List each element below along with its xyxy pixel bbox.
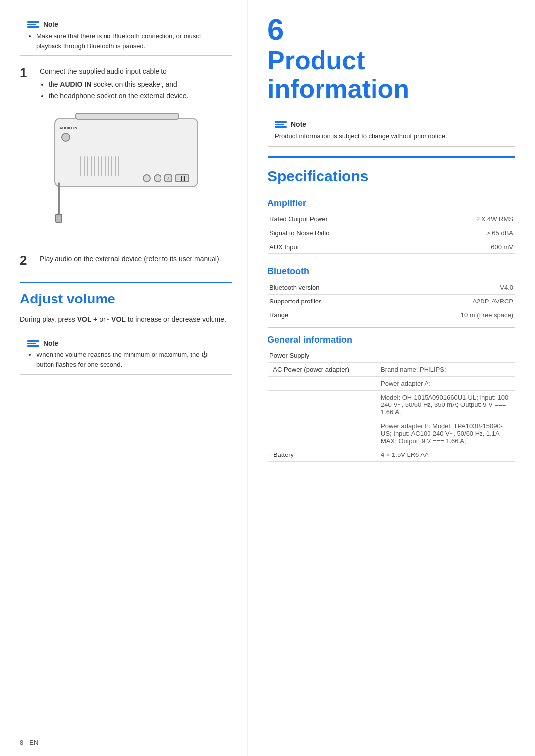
speaker-controls: ♪ ▐▐: [143, 174, 189, 182]
gen-value-battery: 4 × 1.5V LR6 AA: [379, 448, 515, 461]
amp-row-3: AUX Input 600 mV: [268, 240, 515, 253]
note-title-2: Note: [43, 339, 58, 347]
amp-label-2: Signal to Noise Ratio: [268, 226, 404, 240]
chapter-title-line2: information: [268, 74, 409, 103]
bluetooth-table: Bluetooth version V4.0 Supported profile…: [268, 281, 515, 322]
note-title-1: Note: [43, 20, 58, 28]
step-num-1: 1: [20, 66, 32, 101]
gen-row-adapter-a-detail: Model: OH-1015A0901660U1-UL; Input: 100-…: [268, 390, 515, 419]
adjust-volume-divider: [20, 282, 232, 283]
ctrl-1: [143, 174, 151, 182]
gen-value-adapter-b-detail: Power adapter B: Model: TPA103B-15090-US…: [379, 419, 515, 448]
adjust-volume-section: Adjust volume During play, press VOL + o…: [20, 291, 232, 325]
bt-value-1: V4.0: [404, 281, 515, 295]
adjust-volume-title: Adjust volume: [20, 291, 232, 307]
amp-label-3: AUX Input: [268, 240, 404, 253]
gen-label-empty-3: [268, 419, 379, 448]
bluetooth-block: Bluetooth Bluetooth version V4.0 Support…: [268, 259, 515, 322]
bluetooth-title: Bluetooth: [268, 266, 515, 277]
note1-item1: Make sure that there is no Bluetooth con…: [36, 31, 225, 50]
general-info-table: Power Supply - AC Power (power adapter) …: [268, 349, 515, 462]
gen-divider: [268, 327, 515, 328]
bt-label-1: Bluetooth version: [268, 281, 404, 295]
step-1: 1 Connect the supplied audio input cable…: [20, 66, 232, 101]
amp-row-2: Signal to Noise Ratio > 65 dBA: [268, 226, 515, 240]
step-2: 2 Play audio on the external device (ref…: [20, 253, 232, 268]
gen-row-power-supply: Power Supply: [268, 349, 515, 363]
gen-row-battery: - Battery 4 × 1.5V LR6 AA: [268, 448, 515, 461]
amplifier-title: Amplifier: [268, 198, 515, 208]
general-info-title: General information: [268, 335, 515, 345]
audio-port: [61, 133, 70, 142]
bt-row-3: Range 10 m (Free space): [268, 308, 515, 322]
note-box-1: Note Make sure that there is no Bluetoot…: [20, 15, 232, 56]
ctrl-2: [154, 174, 161, 182]
amp-row-1: Rated Output Power 2 X 4W RMS: [268, 212, 515, 226]
step1-bullet1: the AUDIO IN socket on this speaker, and: [49, 79, 189, 90]
gen-label-ac-power: - AC Power (power adapter): [268, 362, 379, 376]
amplifier-table: Rated Output Power 2 X 4W RMS Signal to …: [268, 212, 515, 254]
chapter-heading: 6 Product information: [268, 15, 515, 103]
amp-divider: [268, 191, 515, 191]
gen-value-adapter-a-detail: Model: OH-1015A0901660U1-UL; Input: 100-…: [379, 390, 515, 419]
page-lang: EN: [29, 739, 38, 746]
vol-minus-bold: - VOL: [107, 315, 126, 323]
gen-row-ac-power: - AC Power (power adapter) Brand name: P…: [268, 362, 515, 376]
gen-label-power-supply: Power Supply: [268, 349, 379, 363]
step-content-2: Play audio on the external device (refer…: [40, 253, 221, 268]
ctrl-play: ♪: [164, 174, 172, 182]
adjust-volume-body: During play, press VOL + or - VOL to inc…: [20, 314, 232, 325]
bt-value-2: A2DP, AVRCP: [404, 294, 515, 308]
gen-row-adapter-b-detail: Power adapter B: Model: TPA103B-15090-US…: [268, 419, 515, 448]
specifications-section: Specifications Amplifier Rated Output Po…: [268, 156, 515, 462]
cable-plug: [55, 214, 62, 223]
gen-label-empty-2: [268, 390, 379, 419]
amp-value-1: 2 X 4W RMS: [404, 212, 515, 226]
bt-label-3: Range: [268, 308, 404, 322]
step-num-2: 2: [20, 253, 32, 268]
right-note-box: Note Product information is subject to c…: [268, 115, 515, 147]
step-content-1: Connect the supplied audio input cable t…: [40, 66, 189, 101]
bt-value-3: 10 m (Free space): [404, 308, 515, 322]
right-column: 6 Product information Note Product infor…: [248, 0, 535, 756]
gen-value-ac-power: Brand name: PHILIPS;: [379, 362, 515, 376]
bt-row-1: Bluetooth version V4.0: [268, 281, 515, 295]
spec-section-title: Specifications: [268, 168, 515, 185]
note-icon-2: [27, 340, 39, 347]
right-note-icon: [275, 121, 287, 128]
chapter-title-line1: Product: [268, 46, 365, 75]
gen-value-adapter-a-label: Power adapter A:: [379, 376, 515, 390]
amp-value-2: > 65 dBA: [404, 226, 515, 240]
note2-item1: When the volume reaches the minimum or m…: [36, 350, 225, 369]
gen-label-empty-1: [268, 376, 379, 390]
right-note-title: Note: [291, 120, 306, 128]
gen-value-power-supply: [379, 349, 515, 363]
note-icon-1: [27, 21, 39, 28]
speaker-diagram: AUDIO IN: [40, 113, 218, 242]
note-box-2: Note When the volume reaches the minimum…: [20, 334, 232, 375]
audio-in-label: AUDIO IN: [59, 126, 77, 130]
vol-plus-bold: VOL +: [77, 315, 98, 323]
amp-value-3: 600 mV: [404, 240, 515, 253]
bt-row-2: Supported profiles A2DP, AVRCP: [268, 294, 515, 308]
step1-bullet2: the headphone socket on the external dev…: [49, 90, 189, 101]
gen-label-battery: - Battery: [268, 448, 379, 461]
step1-intro: Connect the supplied audio input cable t…: [40, 67, 167, 75]
bt-divider: [268, 259, 515, 259]
amplifier-block: Amplifier Rated Output Power 2 X 4W RMS …: [268, 191, 515, 254]
chapter-title: Product information: [268, 47, 515, 103]
gen-row-adapter-a-label: Power adapter A:: [268, 376, 515, 390]
right-note-text: Product information is subject to change…: [275, 131, 508, 141]
page-footer: 8 EN: [20, 739, 38, 746]
general-info-block: General information Power Supply - AC Po…: [268, 327, 515, 462]
bt-label-2: Supported profiles: [268, 294, 404, 308]
amp-label-1: Rated Output Power: [268, 212, 404, 226]
page-num: 8: [20, 739, 23, 746]
ctrl-pause: ▐▐: [175, 174, 189, 182]
audio-in-bold: AUDIO IN: [60, 80, 91, 88]
chapter-num: 6: [268, 13, 284, 46]
spec-blue-divider: [268, 156, 515, 158]
cable: [58, 182, 60, 217]
